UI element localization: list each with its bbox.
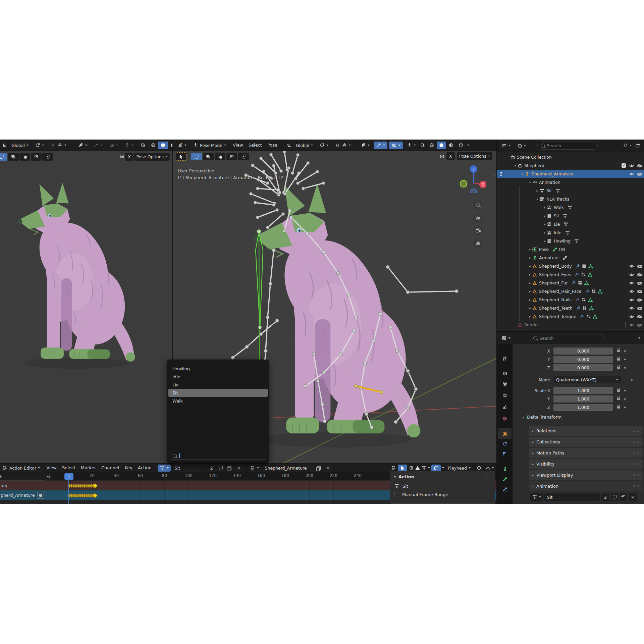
proportional-edit-button[interactable] <box>358 142 372 149</box>
dope-menu-marker[interactable]: Marker <box>78 464 99 472</box>
snap-group[interactable] <box>332 142 353 149</box>
selected-only-icon[interactable] <box>409 465 414 471</box>
slot-icon-dropdown[interactable] <box>248 465 261 472</box>
panel-expand-arrow[interactable]: ▾ <box>394 475 396 479</box>
expand-arrow[interactable]: ▸ <box>528 281 532 285</box>
proportional-edit-button[interactable] <box>76 142 90 149</box>
select-mode-3-icon[interactable] <box>22 154 28 159</box>
expand-arrow[interactable]: ▸ <box>535 189 539 193</box>
lock-icon[interactable] <box>617 350 620 352</box>
properties-editor-type[interactable] <box>499 334 513 342</box>
unlink-slot-button[interactable]: × <box>324 465 332 472</box>
shading-wireframe-icon[interactable] <box>429 143 434 148</box>
action-name-field[interactable]: Sit <box>172 465 206 472</box>
duplicate-view-icon[interactable] <box>420 143 425 148</box>
expand-arrow[interactable]: ▸ <box>528 248 532 251</box>
axis-gizmo[interactable]: Z X <box>460 163 486 193</box>
render-camera-icon[interactable] <box>637 163 642 168</box>
playhead-snap-dropdown[interactable]: Playhead <box>445 465 473 472</box>
display-slot-icon[interactable] <box>391 465 396 471</box>
action-menu-item-idle[interactable]: Idle <box>168 373 268 381</box>
tweak-tool-icon[interactable] <box>178 154 184 159</box>
pose-options-dropdown[interactable]: Pose Options <box>134 153 170 161</box>
shading-mode-group[interactable] <box>149 142 172 149</box>
hide-eye-icon[interactable] <box>629 314 634 319</box>
pose-options-dropdown[interactable]: Pose Options <box>457 152 492 160</box>
select-mode-2-icon[interactable] <box>206 154 211 159</box>
filter-funnel-icon[interactable] <box>623 143 628 148</box>
properties-tab-world[interactable] <box>498 413 512 424</box>
exclude-checkbox[interactable] <box>625 322 626 327</box>
duplicate-slot-button[interactable] <box>315 465 323 472</box>
lock-icon[interactable] <box>617 406 620 409</box>
expand-arrow[interactable]: ▸ <box>543 231 547 234</box>
dope-menu-view[interactable]: View <box>44 464 59 472</box>
expand-arrow[interactable]: ▾ <box>528 180 532 184</box>
mirror-x-toggle[interactable]: X <box>125 153 133 161</box>
expand-arrow[interactable]: ▾ <box>513 164 517 167</box>
animate-dot[interactable] <box>624 398 626 400</box>
render-camera-icon[interactable] <box>637 264 642 269</box>
shading-rendered-icon[interactable] <box>458 143 464 148</box>
hide-eye-icon[interactable] <box>629 171 634 177</box>
lock-icon[interactable] <box>617 389 620 392</box>
render-camera-icon[interactable] <box>637 322 642 328</box>
menu-search-input[interactable] <box>170 452 265 460</box>
value-slider[interactable]: 0.000 <box>553 347 613 355</box>
slot-name-field[interactable]: Shepherd_Armature <box>262 465 314 472</box>
xray-button[interactable] <box>405 142 418 149</box>
panel-motion-paths[interactable]: ▸Motion Paths∷∷ <box>529 448 643 458</box>
filter-funnel-icon[interactable] <box>421 465 427 471</box>
new-action-button[interactable] <box>226 465 233 472</box>
mode-select[interactable]: Pose Mode <box>191 142 228 149</box>
action-user-count[interactable]: 2 <box>601 493 609 501</box>
select-mode-4-icon[interactable] <box>229 154 234 159</box>
expand-arrow[interactable]: ▸ <box>543 214 547 218</box>
action-menu-item-walk[interactable]: Walk <box>168 397 268 405</box>
properties-tab-physics[interactable] <box>498 448 512 460</box>
properties-options[interactable] <box>637 334 642 342</box>
panel-animation[interactable]: ▾Animation∷∷ <box>529 481 643 491</box>
render-camera-icon[interactable] <box>637 171 642 177</box>
properties-tab-scene[interactable] <box>498 401 512 413</box>
action-menu-item-sit[interactable]: Sit <box>168 389 268 397</box>
orientation-select[interactable]: Global <box>9 142 31 149</box>
panel-visibility[interactable]: ▸Visibility∷∷ <box>529 459 643 469</box>
expand-arrow[interactable]: ▾ <box>521 172 525 176</box>
dope-menu-key[interactable]: Key <box>122 464 135 472</box>
value-slider[interactable]: 1.000 <box>553 387 613 394</box>
properties-tab-bone[interactable] <box>498 474 512 485</box>
shading-mode-group[interactable] <box>427 142 466 149</box>
properties-tab-bone-constraints[interactable] <box>498 484 512 495</box>
panel-relations[interactable]: ▸Relations∷∷ <box>529 426 643 436</box>
render-camera-icon[interactable] <box>637 289 642 294</box>
action-menu-item-howling[interactable]: Howling <box>168 365 268 373</box>
pivot-point-button[interactable] <box>33 142 46 149</box>
orientation-select[interactable]: Global <box>293 142 315 149</box>
expand-arrow[interactable]: ▸ <box>528 306 532 310</box>
playhead-line[interactable] <box>68 480 69 504</box>
expand-arrow[interactable]: ▸ <box>528 315 532 318</box>
outliner-editor[interactable]: Search Scene Collection▾Shepherd✓▾Shephe… <box>497 140 644 331</box>
proportional-snap-toggle[interactable] <box>431 465 441 472</box>
grid-view-icon[interactable] <box>473 238 483 248</box>
animate-dot[interactable] <box>624 367 626 369</box>
shading-dropdown-caret[interactable] <box>467 145 469 146</box>
shading-wireframe-icon[interactable] <box>151 143 156 148</box>
unlink-action-button[interactable]: × <box>629 493 637 501</box>
animate-dot[interactable] <box>624 390 626 391</box>
outliner-display-mode[interactable] <box>499 142 513 150</box>
new-action-button[interactable] <box>620 493 627 501</box>
channel-search-input[interactable]: ch <box>0 473 46 481</box>
action-icon-dropdown[interactable] <box>530 493 543 501</box>
panel-grip[interactable]: ∷∷ <box>484 474 491 479</box>
properties-tab-render[interactable] <box>498 368 512 379</box>
hide-eye-icon[interactable] <box>629 272 634 277</box>
expand-arrow[interactable]: ▸ <box>543 206 547 209</box>
expand-arrow[interactable]: ▸ <box>528 273 532 276</box>
menu-pose[interactable]: Pose <box>265 141 280 150</box>
channel-slot-icon[interactable] <box>37 492 44 499</box>
select-mode-1-icon[interactable] <box>194 154 199 159</box>
outliner-row-scene-collection[interactable]: Scene Collection <box>497 153 644 161</box>
new-collection-button[interactable] <box>633 142 642 150</box>
